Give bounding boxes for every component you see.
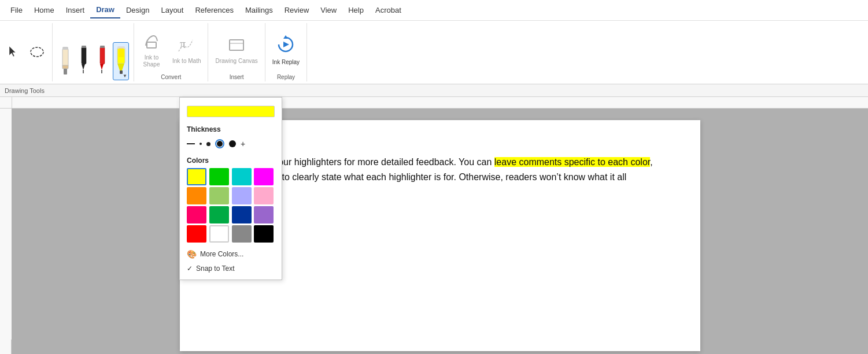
snap-to-text-row[interactable]: ✓ Snap to Text <box>180 262 282 275</box>
svg-rect-21 <box>230 40 243 50</box>
ink-to-math-icon: π <box>178 35 196 55</box>
color-swatch-9[interactable] <box>209 206 229 223</box>
menu-file[interactable]: File <box>5 2 28 18</box>
color-swatch-0[interactable] <box>187 168 206 185</box>
menu-draw[interactable]: Draw <box>90 2 120 18</box>
svg-rect-25 <box>12 97 867 109</box>
thickness-label: Thickness <box>180 123 282 137</box>
svg-marker-11 <box>100 64 104 70</box>
color-swatch-4[interactable] <box>187 187 206 204</box>
svg-rect-4 <box>64 69 67 74</box>
pen-black-tool[interactable] <box>76 43 91 80</box>
more-colors-label: More Colors... <box>200 250 243 258</box>
palette-icon: 🎨 <box>187 249 197 259</box>
lasso-tool-btn[interactable] <box>25 30 49 76</box>
svg-marker-23 <box>283 35 288 39</box>
color-preview-bar <box>187 106 275 117</box>
ink-to-shape-label: Ink toShape <box>143 54 160 68</box>
menu-help[interactable]: Help <box>342 2 370 18</box>
menu-home[interactable]: Home <box>28 2 60 18</box>
ink-replay-btn[interactable]: Ink Replay <box>268 28 304 72</box>
drawing-canvas-btn[interactable]: Drawing Canvas <box>210 28 262 72</box>
drawing-tools-bar: Drawing Tools <box>0 84 868 97</box>
drawing-tools-label: Drawing Tools <box>5 87 45 94</box>
svg-rect-3 <box>62 65 68 69</box>
ruler-vertical <box>0 109 12 354</box>
svg-rect-10 <box>100 47 105 64</box>
menu-view[interactable]: View <box>315 2 342 18</box>
menu-layout[interactable]: Layout <box>155 2 189 18</box>
thickness-dot1-shape <box>200 143 202 145</box>
thickness-line[interactable] <box>187 143 195 144</box>
cursor-icon <box>7 45 21 61</box>
svg-rect-6 <box>82 47 86 64</box>
color-swatch-12[interactable] <box>187 225 206 243</box>
svg-rect-5 <box>62 47 68 50</box>
ink-replay-icon <box>275 34 296 57</box>
snap-to-text-label: Snap to Text <box>196 264 235 273</box>
eraser-tool[interactable] <box>57 43 72 80</box>
svg-rect-2 <box>62 48 68 68</box>
color-swatch-13[interactable] <box>209 225 229 243</box>
color-swatch-15[interactable] <box>254 225 274 243</box>
select-tool-btn[interactable] <box>3 30 24 76</box>
svg-marker-15 <box>117 64 124 70</box>
drawing-canvas-icon <box>227 35 246 55</box>
menu-mailings[interactable]: Mailings <box>239 2 279 18</box>
main-area: Color-code your highlighters for more de… <box>0 109 868 354</box>
thickness-line-shape <box>187 143 195 144</box>
color-swatch-14[interactable] <box>232 225 252 243</box>
pen-red-tool[interactable] <box>94 43 109 80</box>
color-swatch-7[interactable] <box>254 187 274 204</box>
thickness-plus-icon: + <box>241 139 245 148</box>
color-swatch-2[interactable] <box>232 168 252 185</box>
ruler-h-svg: // inline ruler ticks will be added by J… <box>12 97 867 109</box>
convert-group-label: Convert <box>161 74 181 81</box>
thickness-dot3[interactable] <box>215 139 224 148</box>
highlighter-dropdown-panel: Thickness + Colors 🎨 More Colors... ✓ Sn… <box>179 97 282 280</box>
colors-label: Colors <box>180 154 282 168</box>
color-swatch-5[interactable] <box>209 187 229 204</box>
thickness-dot2-shape <box>206 142 210 146</box>
menu-acrobat[interactable]: Acrobat <box>370 2 407 18</box>
ink-to-shape-btn[interactable]: Ink toShape <box>136 28 167 72</box>
thickness-plus[interactable]: + <box>241 139 245 148</box>
ink-to-math-btn[interactable]: π Ink to Math <box>168 28 205 72</box>
menubar: File Home Insert Draw Design Layout Refe… <box>0 0 868 21</box>
thickness-dot4-shape <box>229 140 236 147</box>
svg-marker-7 <box>82 64 85 70</box>
svg-rect-18 <box>119 48 124 57</box>
text-highlighted: leave comments specific to each color <box>494 157 650 167</box>
thickness-dot4[interactable] <box>229 140 236 147</box>
menu-review[interactable]: Review <box>279 2 315 18</box>
more-colors-row[interactable]: 🎨 More Colors... <box>180 247 282 262</box>
menu-design[interactable]: Design <box>120 2 155 18</box>
color-swatch-8[interactable] <box>187 206 206 223</box>
color-swatch-11[interactable] <box>254 206 274 223</box>
color-swatch-1[interactable] <box>209 168 229 185</box>
svg-point-1 <box>31 47 43 57</box>
highlighter-dropdown-arrow[interactable]: ▼ <box>123 73 127 79</box>
svg-rect-13 <box>100 46 105 48</box>
replay-group-label: Replay <box>277 74 295 81</box>
ruler-v-svg <box>0 109 12 340</box>
lasso-icon <box>29 44 45 62</box>
document-text: Color-code your highlighters for more de… <box>226 155 654 199</box>
thickness-dot1[interactable] <box>200 143 202 145</box>
color-swatch-3[interactable] <box>254 168 274 185</box>
svg-rect-19 <box>147 42 156 48</box>
menu-insert[interactable]: Insert <box>60 2 91 18</box>
ruler-horizontal: // inline ruler ticks will be added by J… <box>0 97 868 109</box>
insert-group-label: Insert <box>230 74 244 81</box>
thickness-dot2[interactable] <box>206 142 210 146</box>
ink-replay-label: Ink Replay <box>272 59 300 66</box>
highlighter-yellow-tool[interactable]: ▼ <box>113 42 129 80</box>
snap-checkmark: ✓ <box>187 264 193 273</box>
menu-references[interactable]: References <box>189 2 239 18</box>
thickness-row: + <box>180 137 282 154</box>
drawing-canvas-label: Drawing Canvas <box>215 58 257 65</box>
thickness-dot3-shape <box>217 141 223 147</box>
color-swatch-10[interactable] <box>232 206 252 223</box>
ribbon: ▼ Ink toShape π <box>0 21 868 84</box>
color-swatch-6[interactable] <box>232 187 252 204</box>
